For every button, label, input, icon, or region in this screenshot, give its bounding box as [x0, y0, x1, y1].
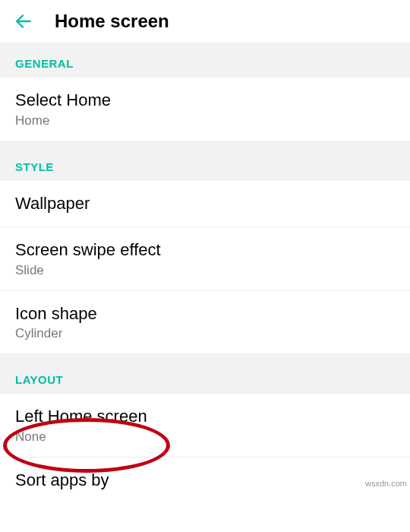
- item-wallpaper[interactable]: Wallpaper: [0, 181, 410, 228]
- item-title: Icon shape: [15, 303, 395, 325]
- item-title: Wallpaper: [15, 193, 395, 215]
- item-sort-apps-by[interactable]: Sort apps by: [0, 458, 410, 504]
- page-title: Home screen: [55, 11, 169, 32]
- app-bar: Home screen: [0, 0, 410, 43]
- item-sub: Home: [15, 113, 395, 128]
- item-select-home[interactable]: Select Home Home: [0, 78, 410, 141]
- section-header-layout: LAYOUT: [0, 359, 410, 394]
- item-icon-shape[interactable]: Icon shape Cylinder: [0, 291, 410, 354]
- item-title: Select Home: [15, 90, 395, 112]
- item-title: Left Home screen: [15, 406, 395, 428]
- section-gap: [0, 353, 410, 359]
- item-sub: None: [15, 429, 395, 445]
- back-icon[interactable]: [14, 11, 33, 31]
- section-gap: [0, 141, 410, 147]
- section-header-style: STYLE: [0, 147, 410, 181]
- item-title: Screen swipe effect: [15, 239, 395, 261]
- item-sub: Slide: [15, 263, 395, 278]
- section-header-general: GENERAL: [0, 43, 410, 78]
- item-sub: Cylinder: [15, 326, 395, 341]
- item-screen-swipe-effect[interactable]: Screen swipe effect Slide: [0, 227, 410, 291]
- watermark-text: wsxdn.com: [365, 479, 407, 488]
- item-left-home-screen[interactable]: Left Home screen None: [0, 394, 410, 458]
- item-title: Sort apps by: [15, 470, 395, 492]
